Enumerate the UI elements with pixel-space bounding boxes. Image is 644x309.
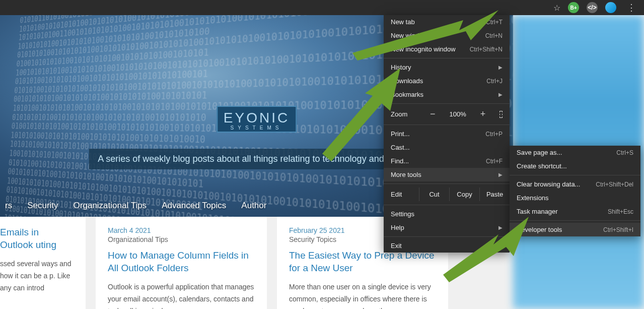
zoom-value: 100% xyxy=(450,110,466,118)
svg-marker-1 xyxy=(322,68,400,161)
extension-icon-2[interactable]: </> xyxy=(587,2,598,13)
browser-toolbar: ☆ B+ </> ⋮ xyxy=(0,0,644,15)
annotation-arrow-3 xyxy=(443,217,534,302)
chevron-right-icon: ▶ xyxy=(498,172,503,177)
paste-button[interactable]: Paste xyxy=(479,188,510,201)
cut-button[interactable]: Cut xyxy=(419,188,449,201)
card-title[interactable]: How to Manage Column Fields in All Outlo… xyxy=(108,250,255,274)
annotation-arrow-1 xyxy=(352,5,504,60)
card-excerpt: More than one user on a single device is… xyxy=(289,281,436,309)
card-excerpt: Outlook is a powerful application that m… xyxy=(108,281,255,309)
menu-more-tools[interactable]: More tools▶ xyxy=(384,168,510,181)
card-title[interactable]: The Easiest Way to Prep a Device for a N… xyxy=(289,250,436,274)
chevron-right-icon: ▶ xyxy=(498,65,503,70)
nav-item-advanced[interactable]: Advanced Topics xyxy=(162,201,226,211)
site-logo[interactable]: EYONIC SYSTEMS xyxy=(217,106,297,133)
submenu-save-page[interactable]: Save page as...Ctrl+S xyxy=(510,146,640,159)
card-excerpt: ssed several ways and how it can be a p.… xyxy=(0,258,74,294)
card-date: March 4 2021 xyxy=(108,226,255,234)
extension-icon-3[interactable] xyxy=(605,2,616,13)
extension-icon-1[interactable]: B+ xyxy=(568,2,579,13)
logo-main-text: EYONIC xyxy=(224,110,290,126)
submenu-clear-data[interactable]: Clear browsing data...Ctrl+Shift+Del xyxy=(510,177,640,191)
annotation-arrow-2 xyxy=(322,66,413,161)
edit-label: Edit xyxy=(384,188,419,201)
zoom-out-button[interactable]: − xyxy=(426,109,440,119)
bookmark-star-icon[interactable]: ☆ xyxy=(553,3,560,13)
svg-marker-0 xyxy=(352,10,498,60)
blog-card: March 4 2021 Organizational Tips How to … xyxy=(96,214,267,309)
nav-menu: rs Security Organizational Tips Advanced… xyxy=(5,201,266,211)
nav-item-security[interactable]: Security xyxy=(27,201,58,211)
card-category: Organizational Tips xyxy=(108,235,255,243)
submenu-create-shortcut[interactable]: Create shortcut... xyxy=(510,159,640,173)
chevron-right-icon: ▶ xyxy=(498,92,503,97)
menu-divider xyxy=(384,183,510,184)
blog-card: Emails in Outlook uting ssed several way… xyxy=(0,214,86,309)
menu-divider xyxy=(510,175,640,175)
nav-item-organizational[interactable]: Organizational Tips xyxy=(74,201,147,211)
svg-marker-2 xyxy=(443,217,529,282)
menu-divider xyxy=(384,205,510,205)
kebab-menu-icon[interactable]: ⋮ xyxy=(624,1,639,14)
nav-item-author[interactable]: Author xyxy=(241,201,266,211)
zoom-in-button[interactable]: + xyxy=(476,109,490,119)
card-title[interactable]: Emails in Outlook uting xyxy=(0,226,74,251)
nav-item-rs[interactable]: rs xyxy=(5,201,12,211)
submenu-task-manager[interactable]: Task managerShift+Esc xyxy=(510,205,640,218)
copy-button[interactable]: Copy xyxy=(449,188,479,201)
logo-sub-text: SYSTEMS xyxy=(224,125,290,131)
menu-edit-row: Edit Cut Copy Paste xyxy=(384,186,510,203)
submenu-extensions[interactable]: Extensions xyxy=(510,191,640,205)
fullscreen-icon[interactable] xyxy=(499,111,503,118)
